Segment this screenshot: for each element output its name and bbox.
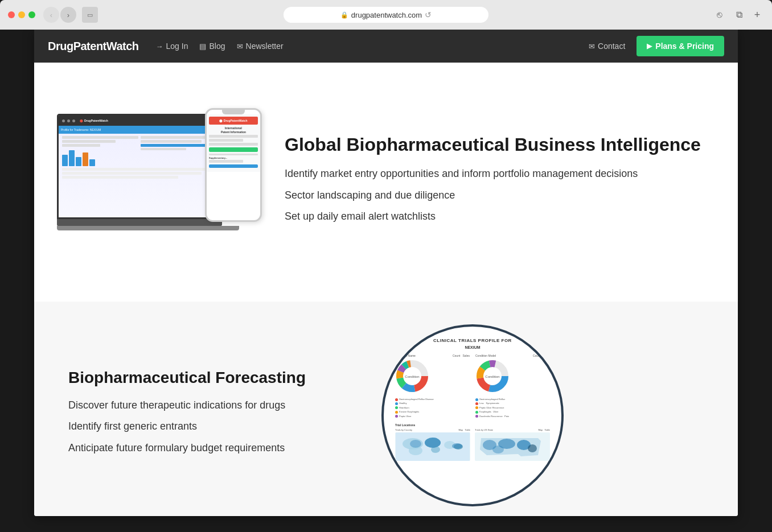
login-icon: → bbox=[156, 42, 163, 51]
back-button[interactable]: ‹ bbox=[43, 7, 59, 23]
nav-newsletter[interactable]: ✉ Newsletter bbox=[237, 42, 284, 51]
browser-left-controls: ‹ › ▭ bbox=[8, 7, 98, 23]
forward-button[interactable]: › bbox=[60, 7, 76, 23]
hero-image-area: ⬤ DrugPatentWatch Profile for Tradename:… bbox=[57, 102, 273, 262]
nav-arrows: ‹ › bbox=[43, 7, 76, 23]
play-icon: ▶ bbox=[647, 42, 652, 50]
ct-charts-row: Condition Name Count Sales bbox=[395, 354, 550, 419]
trials-by-country-label: Trials by Country bbox=[395, 428, 412, 431]
ct-map-world: Trials by Country Map Table bbox=[395, 428, 470, 461]
forecast-text: Biopharmaceutical Forecasting Discover f… bbox=[68, 369, 353, 462]
contact-label: Contact bbox=[598, 42, 625, 51]
ct-chart-condition-model: Condition Model Count Sales Condit bbox=[475, 354, 550, 419]
hero-bullet-2: Sector landscaping and due diligence bbox=[285, 188, 704, 203]
forecast-section: Biopharmaceutical Forecasting Discover f… bbox=[34, 302, 738, 516]
ct-trial-locations-label: Trial Locations bbox=[395, 423, 550, 427]
minimize-button[interactable] bbox=[18, 11, 25, 18]
phone-mockup: ⬤ DrugPatentWatch InternationalPatent In… bbox=[205, 108, 262, 222]
clinical-trials-circle: CLINICAL TRIALS PROFILE FOR NEXIUM Condi… bbox=[381, 324, 564, 506]
trials-by-us-state-label: Trials by US State bbox=[475, 428, 493, 431]
laptop-profile-text: Profile for Tradename: NEXIUM bbox=[61, 128, 101, 131]
ct-map-us: Trials by US State Map Table bbox=[475, 428, 550, 461]
laptop-base bbox=[57, 219, 222, 226]
laptop-screen: ⬤ DrugPatentWatch Profile for Tradename:… bbox=[57, 114, 222, 219]
svg-text:Condition: Condition bbox=[405, 375, 419, 378]
sidebar-toggle-button[interactable]: ▭ bbox=[82, 7, 98, 23]
nav-login[interactable]: → Log In bbox=[156, 42, 188, 51]
hero-text: Global Biopharmaceutical Business Intell… bbox=[273, 134, 704, 230]
traffic-lights bbox=[8, 11, 35, 18]
address-bar[interactable]: 🔒 drugpatentwatch.com ↺ bbox=[284, 7, 488, 23]
blog-label: Blog bbox=[209, 42, 225, 51]
hero-title: Global Biopharmaceutical Business Intell… bbox=[285, 134, 704, 155]
svg-point-31 bbox=[492, 446, 504, 453]
browser-right-controls: ⎋ ⧉ + bbox=[712, 7, 764, 23]
site-nav: DrugPatentWatch → Log In ▤ Blog ✉ Newsle… bbox=[34, 30, 738, 63]
condition-model-label: Condition Model bbox=[475, 354, 496, 357]
forecast-title: Biopharmaceutical Forecasting bbox=[68, 369, 353, 387]
svg-point-24 bbox=[410, 440, 421, 448]
browser-chrome: ‹ › ▭ 🔒 drugpatentwatch.com ↺ ⎋ ⧉ + bbox=[0, 0, 772, 30]
ct-chart-condition-name: Condition Name Count Sales bbox=[395, 354, 470, 419]
world-map bbox=[395, 432, 470, 461]
ct-subtitle: NEXIUM bbox=[395, 345, 550, 349]
new-tab-button[interactable]: ⧉ bbox=[731, 7, 747, 23]
nav-contact[interactable]: ✉ Contact bbox=[589, 42, 625, 51]
forecast-bullet-1: Discover future therapeutic indications … bbox=[68, 398, 353, 413]
forecast-image-area: CLINICAL TRIALS PROFILE FOR NEXIUM Condi… bbox=[353, 324, 569, 506]
forecast-bullets: Discover future therapeutic indications … bbox=[68, 398, 353, 455]
hero-bullet-1: Identify market entry opportunities and … bbox=[285, 167, 704, 181]
lock-icon: 🔒 bbox=[340, 11, 348, 19]
ct-title: CLINICAL TRIALS PROFILE FOR bbox=[395, 338, 550, 343]
blog-icon: ▤ bbox=[199, 42, 206, 51]
hero-bullets: Identify market entry opportunities and … bbox=[285, 167, 704, 224]
close-button[interactable] bbox=[8, 11, 15, 18]
forecast-bullet-3: Anticipate future formulary budget requi… bbox=[68, 441, 353, 455]
url-text: drugpatentwatch.com bbox=[351, 11, 422, 19]
login-label: Log In bbox=[166, 42, 188, 51]
site-logo: DrugPatentWatch bbox=[48, 40, 139, 53]
svg-text:Condition: Condition bbox=[485, 375, 499, 378]
ct-maps-row: Trials by Country Map Table bbox=[395, 428, 550, 461]
share-button[interactable]: ⎋ bbox=[712, 7, 728, 23]
plans-pricing-button[interactable]: ▶ Plans & Pricing bbox=[637, 36, 724, 56]
svg-point-23 bbox=[425, 438, 441, 448]
contact-icon: ✉ bbox=[589, 42, 595, 51]
laptop-foot bbox=[57, 226, 239, 230]
nav-blog[interactable]: ▤ Blog bbox=[199, 42, 225, 51]
add-button[interactable]: + bbox=[750, 8, 764, 22]
plans-label: Plans & Pricing bbox=[655, 42, 714, 51]
forecast-bullet-2: Identify first generic entrants bbox=[68, 419, 353, 434]
condition-name-label: Condition Name bbox=[395, 354, 416, 357]
reload-icon[interactable]: ↺ bbox=[425, 10, 432, 19]
svg-point-25 bbox=[452, 443, 462, 449]
us-map bbox=[475, 432, 550, 461]
maximize-button[interactable] bbox=[28, 11, 35, 18]
svg-point-30 bbox=[528, 444, 537, 452]
browser-window: DrugPatentWatch → Log In ▤ Blog ✉ Newsle… bbox=[34, 30, 738, 516]
newsletter-icon: ✉ bbox=[237, 42, 243, 51]
newsletter-label: Newsletter bbox=[246, 42, 284, 51]
phone-subtitle: InternationalPatent Information bbox=[209, 126, 258, 134]
hero-section: ⬤ DrugPatentWatch Profile for Tradename:… bbox=[34, 63, 738, 302]
hero-bullet-3: Set up daily email alert watchlists bbox=[285, 209, 704, 224]
